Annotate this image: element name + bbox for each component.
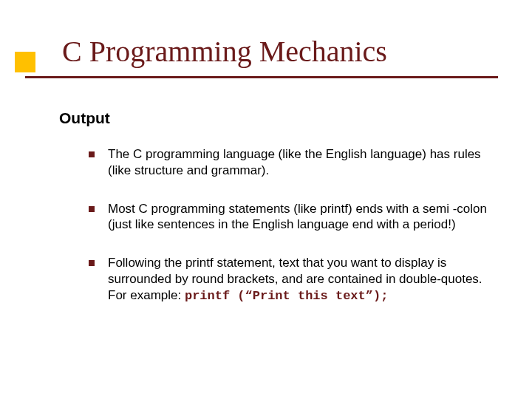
list-item: Most C programming statements (like prin…: [89, 201, 502, 233]
square-bullet-icon: [89, 151, 95, 157]
accent-square: [15, 52, 35, 72]
list-item-text: Following the printf statement, text tha…: [108, 255, 502, 304]
list-item-text: The C programming language (like the Eng…: [108, 146, 502, 179]
slide-title: C Programming Mechanics: [62, 34, 387, 69]
section-heading: Output: [59, 109, 110, 127]
square-bullet-icon: [89, 206, 95, 212]
list-item: The C programming language (like the Eng…: [89, 146, 502, 179]
list-item: Following the printf statement, text tha…: [89, 255, 502, 304]
bullet-list: The C programming language (like the Eng…: [89, 146, 502, 326]
horizontal-rule: [25, 76, 498, 78]
slide: C Programming Mechanics Output The C pro…: [0, 0, 532, 399]
square-bullet-icon: [89, 260, 95, 266]
list-item-text: Most C programming statements (like prin…: [108, 201, 502, 233]
code-sample: printf (“Print this text”);: [185, 289, 388, 303]
